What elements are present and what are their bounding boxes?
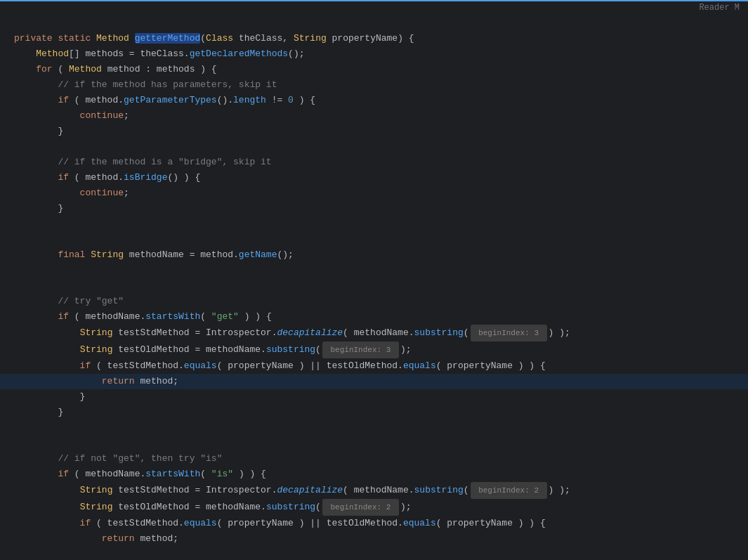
token-plain: } <box>14 407 63 417</box>
line-content: if ( methodName.startsWith( "get" ) ) { <box>14 309 748 325</box>
code-line: if ( testStdMethod.equals( propertyName … <box>0 516 748 531</box>
code-line: for ( Method method : methods ) { <box>0 62 748 77</box>
token-comment-gray: // if the method has parameters, skip it <box>14 79 277 90</box>
code-line: if ( testStdMethod.equals( propertyName … <box>0 358 748 374</box>
token-plain: testStdMethod = Introspector. <box>112 485 277 495</box>
code-line: if ( method.isBridge() ) { <box>0 170 748 185</box>
token-method-call: getDeclaredMethods <box>190 48 288 59</box>
token-string-green: "is" <box>211 469 233 479</box>
code-line: return method; <box>0 531 748 547</box>
token-plain: ( testStdMethod. <box>91 518 184 528</box>
code-line: String testStdMethod = Introspector.deca… <box>0 482 748 499</box>
line-content: String testStdMethod = Introspector.deca… <box>14 482 748 499</box>
token-plain: ) ) { <box>239 311 272 322</box>
line-content: return method; <box>14 374 748 389</box>
token-italic-method: decapitalize <box>277 327 343 338</box>
line-content: } <box>14 405 748 420</box>
token-method-call: equals <box>184 518 217 528</box>
token-method-call: getParameterTypes <box>124 95 217 105</box>
token-plain: ; <box>124 188 129 198</box>
line-content: } <box>14 201 748 216</box>
token-plain: ( <box>315 502 321 512</box>
token-plain: } <box>14 126 63 136</box>
hint-label: beginIndex: 2 <box>471 482 547 499</box>
token-plain: (); <box>288 48 304 59</box>
line-content: continue; <box>14 185 748 201</box>
line-content <box>14 263 748 278</box>
code-area[interactable]: private static Method getterMethod(Class… <box>0 0 748 560</box>
token-keyword-continue: continue <box>14 110 124 121</box>
token-plain: method; <box>135 533 178 544</box>
token-type-yellow: String <box>80 502 113 512</box>
code-line: // if the method is a "bridge", skip it <box>0 155 748 170</box>
token-plain <box>14 502 80 512</box>
token-keyword-final: final <box>14 249 91 260</box>
line-content: Method[] methods = theClass.getDeclaredM… <box>14 46 748 62</box>
line-content: // if the method is a "bridge", skip it <box>14 155 748 170</box>
token-method-call: substring <box>414 485 464 495</box>
line-content: if ( methodName.startsWith( "is" ) ) { <box>14 467 748 482</box>
token-keyword-if: if <box>14 95 69 105</box>
token-plain: != <box>266 95 288 105</box>
token-method-call: substring <box>266 344 315 355</box>
code-line <box>0 139 748 155</box>
token-plain: ); <box>400 502 412 512</box>
token-comment-gray: // try "get" <box>14 296 124 306</box>
line-content: private static Method getterMethod(Class… <box>14 31 748 46</box>
token-type-yellow: String <box>294 33 327 44</box>
line-content: return method; <box>14 531 748 547</box>
token-plain: ( propertyName ) ) { <box>436 518 546 528</box>
code-line: private static Method getterMethod(Class… <box>0 31 748 46</box>
token-plain <box>14 327 80 338</box>
token-plain: method : methods ) { <box>102 64 217 74</box>
line-content: } <box>14 389 748 405</box>
token-plain: testOldMethod = methodName. <box>112 502 265 512</box>
line-content <box>14 216 748 232</box>
token-plain: methodName = method. <box>124 249 239 260</box>
code-line: continue; <box>0 108 748 124</box>
hint-label: beginIndex: 2 <box>322 499 399 516</box>
token-keyword-return: return <box>14 376 135 386</box>
token-method-call: substring <box>414 327 464 338</box>
token-plain: [] methods = theClass. <box>69 48 190 59</box>
token-keyword-for: for <box>14 64 53 74</box>
token-type-yellow: Class <box>206 33 233 44</box>
token-type-yellow: String <box>80 327 113 338</box>
line-content: // if the method has parameters, skip it <box>14 77 748 93</box>
token-comment-gray: // if the method is a "bridge", skip it <box>14 157 272 167</box>
code-line: final String methodName = method.getName… <box>0 247 748 263</box>
line-content <box>14 420 748 436</box>
token-method-call: getName <box>239 249 277 260</box>
token-plain: } <box>14 203 63 214</box>
token-plain: ) ); <box>549 327 570 338</box>
token-method-call: equals <box>403 360 436 371</box>
code-line: if ( method.getParameterTypes().length !… <box>0 93 748 108</box>
token-keyword-if: if <box>14 172 69 183</box>
line-content: if ( testStdMethod.equals( propertyName … <box>14 358 748 374</box>
token-type-yellow: String <box>80 344 113 355</box>
top-bar-label: Reader M <box>699 3 740 13</box>
token-plain: () ) { <box>167 172 200 183</box>
token-method-call: equals <box>184 360 217 371</box>
token-plain: ( methodName. <box>69 469 145 479</box>
token-plain: } <box>14 391 85 402</box>
line-content: final String methodName = method.getName… <box>14 247 748 263</box>
token-plain: ) ) { <box>233 469 266 479</box>
token-plain: ( <box>53 64 69 74</box>
token-method-call: isBridge <box>124 172 167 183</box>
hint-label: beginIndex: 3 <box>471 325 547 341</box>
token-keyword-if: if <box>14 360 91 371</box>
token-plain <box>14 48 36 59</box>
token-type-yellow: Method <box>96 33 135 44</box>
code-line <box>0 436 748 451</box>
token-method-call: equals <box>403 518 436 528</box>
token-number: 0 <box>288 95 294 105</box>
line-content: if ( method.isBridge() ) { <box>14 170 748 185</box>
token-plain: ) { <box>294 95 315 105</box>
token-plain: ( <box>200 469 211 479</box>
token-plain: ; <box>124 110 129 121</box>
line-content: String testOldMethod = methodName.substr… <box>14 499 748 516</box>
code-line: // try "get" <box>0 294 748 309</box>
token-type-yellow: Method <box>36 48 69 59</box>
token-italic-method: decapitalize <box>277 485 343 495</box>
